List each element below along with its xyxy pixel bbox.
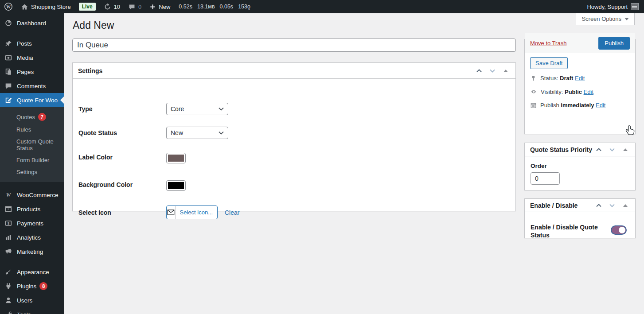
wordpress-logo-menu[interactable]: W xyxy=(0,0,17,13)
sidebar-item-posts[interactable]: Posts xyxy=(0,36,64,50)
sidebar-item-comments[interactable]: Comments xyxy=(0,79,64,93)
move-to-trash-link[interactable]: Move to Trash xyxy=(530,40,566,47)
sidebar-item-payments[interactable]: $ Payments xyxy=(0,216,64,230)
sidebar-item-quote-for-woo[interactable]: Quote For Woo xyxy=(0,93,64,107)
sidebar-item-users[interactable]: Users xyxy=(0,293,64,307)
stat-memory: 13.1ᴍʙ xyxy=(197,4,215,10)
move-down-icon[interactable] xyxy=(608,201,617,210)
edit-status-link[interactable]: Edit xyxy=(575,75,585,81)
submenu-item-rules[interactable]: Rules xyxy=(0,124,64,136)
save-draft-button[interactable]: Save Draft xyxy=(530,57,568,69)
sidebar-item-label: Plugins xyxy=(17,283,36,290)
move-up-icon[interactable] xyxy=(594,201,603,210)
submenu-item-settings[interactable]: Settings xyxy=(0,166,64,178)
move-down-icon[interactable] xyxy=(608,145,617,154)
submenu-item-label: Quotes xyxy=(16,114,35,120)
user-icon xyxy=(4,296,13,305)
sidebar-item-label: Products xyxy=(17,206,40,213)
settings-panel-header[interactable]: Settings xyxy=(73,63,515,79)
brush-icon xyxy=(4,267,13,276)
enable-quote-status-toggle[interactable] xyxy=(611,225,627,235)
account-menu[interactable]: Howdy, Support xyxy=(587,3,644,10)
updates-icon xyxy=(104,3,111,11)
products-box-icon xyxy=(4,205,13,213)
sidebar-item-dashboard[interactable]: Dashboard xyxy=(0,16,64,30)
screen-options-button[interactable]: Screen Options xyxy=(576,13,635,25)
svg-text:W: W xyxy=(6,192,12,198)
pages-icon xyxy=(4,67,13,76)
select-icon-button[interactable]: Select icon... xyxy=(166,205,218,219)
clear-icon-link[interactable]: Clear xyxy=(225,209,239,216)
comments-icon xyxy=(128,3,136,11)
sidebar-item-marketing[interactable]: Marketing xyxy=(0,244,64,259)
publish-date-value: immediately xyxy=(561,102,594,109)
visibility-row: Visibility: Public Edit xyxy=(530,88,593,95)
sidebar-item-label: Appearance xyxy=(17,269,49,275)
move-down-icon[interactable] xyxy=(488,66,497,75)
sidebar-item-products[interactable]: Products xyxy=(0,202,64,216)
sidebar-item-analytics[interactable]: Analytics xyxy=(0,230,64,244)
settings-panel: Settings Type Core Quote Status New xyxy=(72,62,516,211)
collapse-toggle-icon[interactable] xyxy=(621,201,630,210)
collapse-toggle-icon[interactable] xyxy=(501,66,510,75)
query-monitor-stats[interactable]: 0.52s 13.1ᴍʙ 0.05s 153ǫ xyxy=(174,4,255,10)
submenu-item-form-builder[interactable]: Form Builder xyxy=(0,154,64,166)
eye-icon xyxy=(530,88,537,95)
label-color-picker[interactable] xyxy=(166,153,186,163)
wordpress-logo-icon: W xyxy=(4,2,13,11)
type-select[interactable]: Core xyxy=(166,103,228,115)
sidebar-item-pages[interactable]: Pages xyxy=(0,65,64,79)
order-input[interactable] xyxy=(531,172,560,185)
edit-publish-date-link[interactable]: Edit xyxy=(596,102,605,109)
envelope-icon xyxy=(167,206,176,219)
sidebar-item-tools[interactable]: Tools xyxy=(0,307,64,314)
status-row: Status: Draft Edit xyxy=(530,75,585,81)
move-up-icon[interactable] xyxy=(475,66,484,75)
sidebar-item-appearance[interactable]: Appearance xyxy=(0,265,64,279)
type-select-value: Core xyxy=(171,105,184,112)
edit-visibility-link[interactable]: Edit xyxy=(584,89,593,95)
sidebar-item-label: Marketing xyxy=(17,248,43,255)
visibility-value: Public xyxy=(565,89,582,95)
status-label: Status: xyxy=(540,75,558,81)
publish-button[interactable]: Publish xyxy=(598,37,630,50)
submenu-item-quotes[interactable]: Quotes 7 xyxy=(0,110,64,124)
updates-indicator[interactable]: 10 xyxy=(100,0,124,13)
priority-panel-header[interactable]: Quote Status Priority xyxy=(525,143,635,156)
live-status-badge[interactable]: Live xyxy=(75,0,100,13)
enable-panel-header[interactable]: Enable / Disable xyxy=(525,199,635,212)
sidebar-item-woocommerce[interactable]: W WooCommerce xyxy=(0,188,64,202)
comments-indicator[interactable]: 0 xyxy=(124,0,145,13)
move-up-icon[interactable] xyxy=(594,145,603,154)
howdy-text: Howdy, Support xyxy=(587,4,628,10)
sidebar-item-label: Quote For Woo xyxy=(17,97,58,104)
new-label: New xyxy=(159,4,170,10)
visibility-label: Visibility: xyxy=(541,89,563,95)
submenu-item-label: Form Builder xyxy=(16,157,49,163)
quote-status-select-value: New xyxy=(171,129,183,136)
wrench-icon xyxy=(4,310,13,314)
sidebar-item-plugins[interactable]: Plugins 8 xyxy=(0,279,64,293)
plugins-count-badge: 8 xyxy=(39,282,47,290)
priority-panel-title: Quote Status Priority xyxy=(530,146,592,153)
type-label: Type xyxy=(78,105,93,112)
background-color-label: Background Color xyxy=(78,181,133,188)
pin-icon xyxy=(530,75,537,81)
background-color-swatch xyxy=(168,182,184,189)
submenu-item-custom-quote-status[interactable]: Custom Quote Status xyxy=(0,136,64,154)
chevron-down-icon xyxy=(219,131,224,135)
sidebar-item-media[interactable]: Media xyxy=(0,50,64,65)
quote-status-select[interactable]: New xyxy=(166,127,228,139)
background-color-picker[interactable] xyxy=(166,180,186,191)
new-content-menu[interactable]: New xyxy=(145,0,174,13)
sidebar-item-label: Analytics xyxy=(17,234,41,241)
home-icon xyxy=(21,3,28,11)
megaphone-icon xyxy=(4,247,13,256)
collapse-toggle-icon[interactable] xyxy=(621,145,630,154)
site-name-link[interactable]: Shopping Store xyxy=(17,0,75,13)
comments-count: 0 xyxy=(138,4,141,10)
quote-status-label: Quote Status xyxy=(78,129,117,136)
bar-chart-icon xyxy=(4,233,13,242)
status-name-input[interactable] xyxy=(72,39,516,52)
submenu-item-label: Custom Quote Status xyxy=(16,138,62,151)
